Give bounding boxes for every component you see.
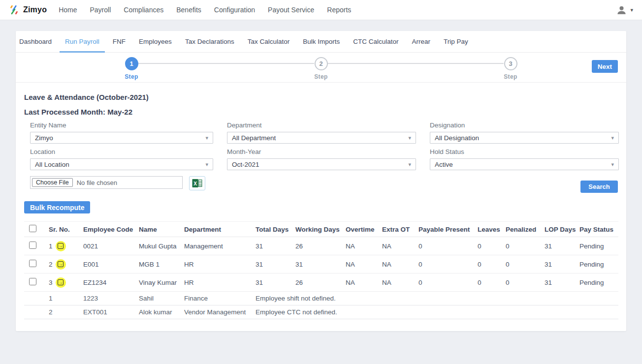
entity-name-select[interactable]: Zimyo ▾ xyxy=(30,132,213,144)
department-select[interactable]: All Department ▾ xyxy=(227,132,416,144)
filter-department: Department All Department ▾ xyxy=(227,121,416,144)
cell-overtime: NA xyxy=(342,273,378,292)
col-header-department: Department xyxy=(180,222,252,237)
cell-leaves-link[interactable]: 0 xyxy=(474,273,502,292)
hold-status-select[interactable]: Active ▾ xyxy=(430,158,619,170)
cell-penalized-link[interactable]: 0 xyxy=(502,237,541,255)
filter-hold-status: Hold Status Active ▾ xyxy=(430,148,619,170)
cell-payable-present-link[interactable]: 0 xyxy=(415,255,474,273)
location-select[interactable]: All Location ▾ xyxy=(30,158,213,170)
stepper: 1 Step 2 Step 3 Step Next xyxy=(16,53,626,83)
tab-tax-calculator[interactable]: Tax Calculator xyxy=(248,31,290,53)
nav-item-reports[interactable]: Reports xyxy=(327,6,351,14)
department-value: All Department xyxy=(232,134,276,142)
cell-penalized-link[interactable]: 0 xyxy=(502,273,541,292)
nav-item-home[interactable]: Home xyxy=(59,6,77,14)
excel-icon: X xyxy=(192,179,202,188)
cell-total-days: 31 xyxy=(252,273,291,292)
payroll-table: Sr. No. Employee Code Name Department To… xyxy=(24,221,618,319)
location-label: Location xyxy=(30,148,213,155)
col-header-total-days: Total Days xyxy=(252,222,291,237)
table-row: 3→ EZ1234 Vinay Kumar HR 31 26 NA NA 0 0… xyxy=(24,273,618,292)
row-sr-no: 2 xyxy=(49,261,53,268)
row-checkbox[interactable] xyxy=(29,278,36,285)
excel-template-button[interactable]: X xyxy=(189,176,205,190)
col-header-extra-ot: Extra OT xyxy=(378,222,415,237)
cell-lop-days-link[interactable]: 31 xyxy=(541,273,576,292)
select-all-checkbox[interactable] xyxy=(29,225,36,232)
recompute-row-button[interactable]: → xyxy=(56,277,66,288)
col-header-pay-status: Pay Status xyxy=(576,222,618,237)
tab-tax-declarations[interactable]: Tax Declarations xyxy=(185,31,234,53)
tab-bulk-imports[interactable]: Bulk Imports xyxy=(303,31,340,53)
table-row: 1→ 0021 Mukul Gupta Management 31 26 NA … xyxy=(24,237,618,255)
row-checkbox[interactable] xyxy=(29,242,36,249)
cell-working-days: 31 xyxy=(291,255,342,273)
designation-value: All Designation xyxy=(435,134,479,142)
last-processed-month: Last Processed Month: May-22 xyxy=(24,108,618,116)
month-year-select[interactable]: Oct-2021 ▾ xyxy=(227,158,416,170)
cell-lop-days-link[interactable]: 31 xyxy=(541,237,576,255)
month-year-label: Month-Year xyxy=(227,148,416,155)
cell-leaves-link[interactable]: 0 xyxy=(474,255,502,273)
designation-label: Designation xyxy=(430,121,619,129)
cell-department: HR xyxy=(180,255,252,273)
cell-lop-days-link[interactable]: 31 xyxy=(541,255,576,273)
col-header-working-days: Working Days xyxy=(291,222,342,237)
file-input[interactable]: Choose File No file chosen xyxy=(30,176,183,189)
recompute-row-button[interactable]: → xyxy=(56,259,66,270)
cell-leaves-link[interactable]: 0 xyxy=(474,237,502,255)
col-header-lop-days: LOP Days xyxy=(541,222,576,237)
brand[interactable]: Zimyo xyxy=(9,4,47,16)
error-row: 2 EXT001 Alok kumar Vendor Management Em… xyxy=(24,305,618,319)
cell-employee-code: 1223 xyxy=(79,292,135,305)
svg-text:X: X xyxy=(193,181,197,186)
tab-dashboard[interactable]: Dashboard xyxy=(19,31,52,53)
cell-payable-present-link[interactable]: 0 xyxy=(415,273,474,292)
cell-employee-code: 0021 xyxy=(79,237,135,255)
main-nav: Home Payroll Compliances Benefits Config… xyxy=(59,6,351,14)
error-row: 1 1223 Sahil Finance Employee shift not … xyxy=(24,292,618,305)
col-header-overtime: Overtime xyxy=(342,222,378,237)
row-checkbox[interactable] xyxy=(29,260,36,267)
tab-ctc-calculator[interactable]: CTC Calculator xyxy=(353,31,398,53)
cell-pay-status: Pending xyxy=(576,255,618,273)
next-button[interactable]: Next xyxy=(592,60,618,73)
entity-name-value: Zimyo xyxy=(35,134,53,142)
cell-name: Sahil xyxy=(135,292,180,305)
recompute-row-button[interactable]: → xyxy=(56,241,66,251)
step-3[interactable]: 3 Step xyxy=(491,57,530,80)
tab-arrear[interactable]: Arrear xyxy=(412,31,431,53)
cell-total-days: 31 xyxy=(252,255,291,273)
search-button[interactable]: Search xyxy=(580,181,618,193)
entity-name-label: Entity Name xyxy=(30,121,213,129)
nav-item-payout-service[interactable]: Payout Service xyxy=(268,6,314,14)
chevron-down-icon: ▾ xyxy=(205,135,208,141)
bulk-recompute-button[interactable]: Bulk Recompute xyxy=(24,201,90,213)
cell-extra-ot: NA xyxy=(378,255,415,273)
tab-trip-pay[interactable]: Trip Pay xyxy=(444,31,468,53)
filter-entity-name: Entity Name Zimyo ▾ xyxy=(30,121,213,144)
step-2[interactable]: 2 Step xyxy=(301,57,341,80)
cell-overtime: NA xyxy=(342,237,378,255)
tab-run-payroll[interactable]: Run Payroll xyxy=(65,31,99,53)
designation-select[interactable]: All Designation ▾ xyxy=(430,132,619,144)
filters: Entity Name Zimyo ▾ Department All Depar… xyxy=(30,121,618,170)
chevron-down-icon: ▾ xyxy=(630,7,633,13)
cell-sr-no: 1 xyxy=(45,292,79,305)
hold-status-label: Hold Status xyxy=(430,148,619,155)
chevron-down-icon: ▾ xyxy=(611,161,614,168)
step-1[interactable]: 1 Step xyxy=(112,57,151,80)
tab-fnf[interactable]: FNF xyxy=(113,31,126,53)
row-sr-no: 1 xyxy=(49,243,53,250)
choose-file-button[interactable]: Choose File xyxy=(32,178,73,187)
nav-item-configuration[interactable]: Configuration xyxy=(214,6,255,14)
cell-penalized-link[interactable]: 0 xyxy=(502,255,541,273)
nav-item-benefits[interactable]: Benefits xyxy=(176,6,201,14)
nav-item-compliances[interactable]: Compliances xyxy=(124,6,163,14)
tab-employees[interactable]: Employees xyxy=(139,31,172,53)
nav-item-payroll[interactable]: Payroll xyxy=(90,6,111,14)
user-menu[interactable]: ▾ xyxy=(616,4,633,16)
cell-payable-present-link[interactable]: 0 xyxy=(415,237,474,255)
cell-department: Management xyxy=(180,237,252,255)
